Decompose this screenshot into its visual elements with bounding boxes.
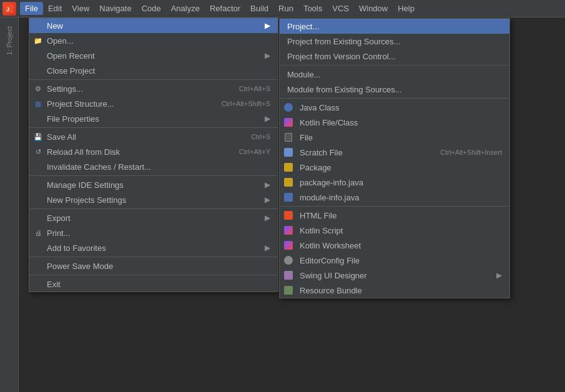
menu-item-print[interactable]: 🖨 Print... [29, 225, 278, 240]
submenu-item-scratch-file-label: Scratch File [300, 148, 343, 157]
submenu-item-package[interactable]: Package [280, 160, 509, 175]
editorconfig-icon [283, 255, 293, 265]
submenu-item-module[interactable]: Module... [280, 67, 509, 82]
print-icon: 🖨 [33, 228, 43, 238]
menu-view[interactable]: View [67, 2, 94, 15]
file-icon [283, 132, 293, 142]
submenu-item-project-vcs[interactable]: Project from Version Control... [280, 49, 509, 64]
menu-item-open-recent[interactable]: Open Recent ▶ [29, 48, 278, 63]
new-submenu[interactable]: Project... Project from Existing Sources… [279, 18, 510, 298]
html-file-icon [283, 210, 293, 220]
menu-item-new-proj-settings-label: New Projects Settings [47, 195, 126, 205]
menubar: J File Edit View Navigate Code Analyze R… [0, 0, 565, 17]
file-menu-dropdown[interactable]: New ▶ 📁 Open... Open Recent ▶ Close Proj… [29, 17, 278, 292]
reload-icon: ↺ [33, 147, 43, 157]
menu-item-close-project-label: Close Project [47, 66, 95, 76]
menu-run[interactable]: Run [273, 2, 298, 15]
menu-item-invalidate[interactable]: Invalidate Caches / Restart... [29, 159, 278, 174]
menu-item-file-properties-label: File Properties [47, 114, 99, 124]
submenu-item-project-existing[interactable]: Project from Existing Sources... [280, 34, 509, 49]
menu-edit[interactable]: Edit [43, 2, 67, 15]
new-sep-2 [280, 98, 509, 99]
menu-navigate[interactable]: Navigate [94, 2, 136, 15]
submenu-item-module-info-label: module-info.java [300, 193, 359, 202]
package-icon [283, 162, 293, 172]
menu-item-save-all[interactable]: 💾 Save All Ctrl+S [29, 129, 278, 144]
scratch-file-shortcut: Ctrl+Alt+Shift+Insert [428, 149, 502, 156]
svg-text:J: J [6, 6, 9, 12]
project-tab-label[interactable]: 1: Project [4, 22, 14, 59]
module-info-icon [283, 192, 293, 202]
submenu-item-module-info[interactable]: module-info.java [280, 190, 509, 205]
submenu-item-scratch-file[interactable]: Scratch File Ctrl+Alt+Shift+Insert [280, 145, 509, 160]
separator-4 [29, 208, 278, 209]
menu-item-power-save[interactable]: Power Save Mode [29, 258, 278, 273]
menu-refactor[interactable]: Refactor [205, 2, 245, 15]
menu-item-exit[interactable]: Exit [29, 277, 278, 292]
separator-5 [29, 257, 278, 257]
menu-item-add-favorites-label: Add to Favorites [47, 243, 106, 253]
separator-2 [29, 127, 278, 128]
submenu-item-resource-bundle-label: Resource Bundle [300, 286, 362, 295]
submenu-item-html-file[interactable]: HTML File [280, 208, 509, 223]
menu-item-file-properties[interactable]: File Properties ▶ [29, 111, 278, 126]
menu-item-close-project[interactable]: Close Project [29, 63, 278, 78]
submenu-arrow-swing-ui: ▶ [496, 271, 502, 280]
menu-build[interactable]: Build [245, 2, 273, 15]
menu-analyze[interactable]: Analyze [166, 2, 205, 15]
submenu-arrow-new-proj-settings: ▶ [265, 195, 270, 204]
menu-item-open-recent-label: Open Recent [47, 51, 95, 61]
menu-tools[interactable]: Tools [298, 2, 327, 15]
menu-item-add-favorites[interactable]: Add to Favorites ▶ [29, 240, 278, 255]
menu-item-settings[interactable]: ⚙ Settings... Ctrl+Alt+S [29, 81, 278, 96]
submenu-item-package-info[interactable]: package-info.java [280, 175, 509, 190]
submenu-item-kotlin-file-label: Kotlin File/Class [300, 118, 358, 127]
new-sep-1 [280, 65, 509, 66]
menu-item-open[interactable]: 📁 Open... [29, 33, 278, 48]
submenu-item-kotlin-worksheet[interactable]: Kotlin Worksheet [280, 238, 509, 253]
menu-item-new-label: New [47, 21, 63, 31]
menu-item-export[interactable]: Export ▶ [29, 210, 278, 225]
submenu-item-kotlin-file[interactable]: Kotlin File/Class [280, 115, 509, 130]
submenu-arrow-manage-ide: ▶ [265, 180, 270, 189]
submenu-item-file[interactable]: File [280, 130, 509, 145]
submenu-item-module-existing-label: Module from Existing Sources... [287, 85, 402, 94]
submenu-item-swing-ui[interactable]: Swing UI Designer ▶ [280, 268, 509, 283]
menu-code[interactable]: Code [137, 2, 166, 15]
submenu-item-module-existing[interactable]: Module from Existing Sources... [280, 82, 509, 97]
menu-item-project-structure[interactable]: ▦ Project Structure... Ctrl+Alt+Shift+S [29, 96, 278, 111]
submenu-item-kotlin-script[interactable]: Kotlin Script [280, 223, 509, 238]
kotlin-file-icon [283, 117, 293, 127]
resource-bundle-icon [283, 285, 293, 295]
menu-vcs[interactable]: VCS [327, 2, 354, 15]
submenu-item-file-label: File [300, 133, 313, 142]
submenu-item-project[interactable]: Project... [280, 19, 509, 34]
submenu-item-editorconfig-label: EditorConfig File [300, 256, 360, 265]
menu-help[interactable]: Help [393, 2, 420, 15]
submenu-item-java-class[interactable]: Java Class [280, 100, 509, 115]
menu-item-open-label: Open... [47, 36, 74, 46]
submenu-item-editorconfig[interactable]: EditorConfig File [280, 253, 509, 268]
menu-item-export-label: Export [47, 213, 71, 223]
submenu-item-project-label: Project... [287, 22, 319, 31]
menu-window[interactable]: Window [354, 2, 393, 15]
menu-item-save-all-label: Save All [47, 132, 76, 142]
submenu-item-resource-bundle[interactable]: Resource Bundle [280, 283, 509, 298]
menu-file[interactable]: File [20, 2, 43, 15]
menu-item-print-label: Print... [47, 228, 71, 238]
submenu-item-kotlin-script-label: Kotlin Script [300, 226, 343, 235]
submenu-item-java-class-label: Java Class [300, 103, 340, 112]
submenu-item-project-existing-label: Project from Existing Sources... [287, 37, 400, 46]
java-class-icon [283, 102, 293, 112]
menu-item-power-save-label: Power Save Mode [47, 262, 113, 271]
settings-icon: ⚙ [33, 84, 43, 94]
submenu-item-module-label: Module... [287, 70, 320, 79]
menu-item-new[interactable]: New ▶ [29, 18, 278, 33]
menu-item-reload[interactable]: ↺ Reload All from Disk Ctrl+Alt+Y [29, 144, 278, 159]
project-structure-icon: ▦ [33, 99, 43, 109]
menu-item-manage-ide[interactable]: Manage IDE Settings ▶ [29, 177, 278, 192]
menu-item-invalidate-label: Invalidate Caches / Restart... [47, 162, 151, 172]
app-logo: J [2, 2, 16, 16]
menu-item-new-proj-settings[interactable]: New Projects Settings ▶ [29, 192, 278, 207]
submenu-item-kotlin-worksheet-label: Kotlin Worksheet [300, 241, 361, 250]
